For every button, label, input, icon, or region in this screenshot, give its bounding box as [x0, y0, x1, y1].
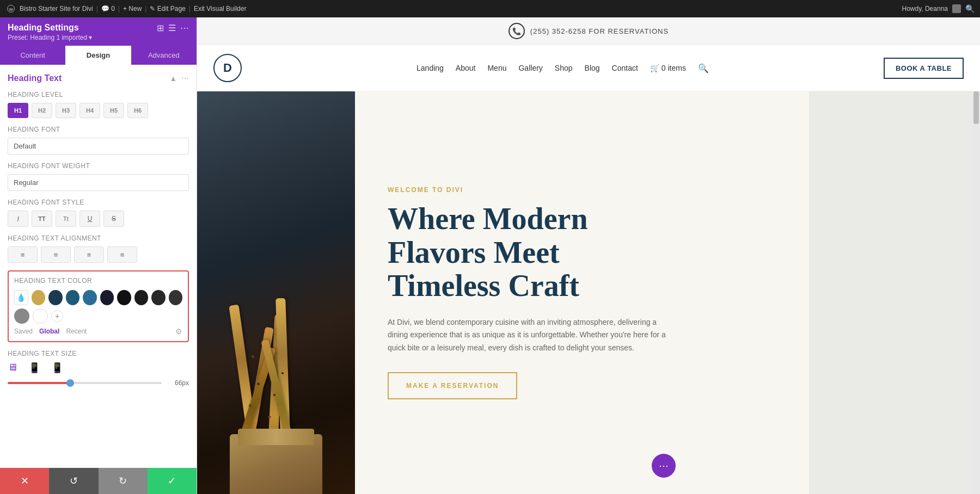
section-more-icon[interactable]: ⋯	[181, 74, 189, 83]
nav-menu[interactable]: Menu	[487, 64, 506, 72]
color-swatch-darkblue[interactable]	[48, 290, 62, 305]
uppercase-button[interactable]: TT	[32, 211, 52, 227]
h4-button[interactable]: H4	[79, 103, 100, 118]
separator4: |	[189, 5, 191, 13]
save-button[interactable]: ✓	[148, 468, 197, 494]
text-size-slider[interactable]	[8, 382, 162, 384]
align-left-button[interactable]: ≡	[8, 246, 38, 263]
color-swatch-lightblue[interactable]	[83, 290, 96, 305]
tab-design[interactable]: Design	[65, 46, 131, 65]
scrollbar-thumb[interactable]	[973, 91, 979, 124]
nav-about[interactable]: About	[456, 64, 476, 72]
book-table-button[interactable]: BOOK A TABLE	[884, 58, 964, 79]
add-color-button[interactable]: +	[51, 310, 63, 322]
panel-tabs: Content Design Advanced	[0, 46, 197, 65]
heading-font-weight-select[interactable]: Regular	[8, 174, 189, 191]
h2-button[interactable]: H2	[32, 103, 52, 118]
cart-items-count: 0 items	[661, 64, 686, 72]
h6-button[interactable]: H6	[127, 103, 148, 118]
panel-bottom-bar: ✕ ↺ ↻ ✓	[0, 468, 197, 494]
undo-button[interactable]: ↺	[49, 468, 98, 494]
redo-button[interactable]: ↻	[99, 468, 148, 494]
section-title: Heading Text	[8, 73, 62, 83]
heading-font-select[interactable]: Default	[8, 138, 189, 155]
tab-content[interactable]: Content	[0, 46, 65, 65]
hero-heading-line1: Where Modern	[388, 202, 588, 236]
color-swatch-black1[interactable]	[117, 290, 131, 305]
h3-button[interactable]: H3	[56, 103, 76, 118]
panel-layout-icon[interactable]: ☰	[168, 23, 176, 33]
heading-font-style-label: Heading Font Style	[8, 199, 189, 206]
color-section-title: Heading Text Color	[14, 277, 182, 285]
phone-icon: 📞	[509, 23, 525, 39]
color-swatch-gold[interactable]	[32, 290, 45, 305]
align-justify-button[interactable]: ≡	[107, 246, 137, 263]
h1-button[interactable]: H1	[8, 103, 28, 118]
align-right-button[interactable]: ≡	[74, 246, 104, 263]
heading-font-weight-label: Heading Font Weight	[8, 162, 189, 170]
heading-text-align-buttons: ≡ ≡ ≡ ≡	[8, 246, 189, 263]
admin-search-icon[interactable]: 🔍	[965, 4, 975, 13]
cancel-icon: ✕	[21, 475, 29, 487]
cart-area[interactable]: 🛒 0 items	[650, 64, 686, 72]
color-swatch-gray[interactable]	[14, 308, 29, 324]
color-swatch-black4[interactable]	[169, 290, 182, 305]
nav-shop[interactable]: Shop	[555, 64, 573, 72]
collapse-icon[interactable]: ▲	[169, 74, 177, 83]
text-size-range-row: 66px	[8, 379, 189, 387]
site-logo[interactable]: D	[213, 54, 242, 82]
panel-view-icon[interactable]: ⊞	[157, 23, 164, 33]
desktop-icon[interactable]: 🖥	[8, 362, 17, 374]
main-layout: Heading Settings Preset: Heading 1 impor…	[0, 17, 980, 494]
capitalize-button[interactable]: Tt	[56, 211, 76, 227]
h5-button[interactable]: H5	[103, 103, 124, 118]
panel-content: Heading Text ▲ ⋯ Heading Level H1 H2 H3 …	[0, 65, 197, 468]
color-swatch-nearblack[interactable]	[100, 290, 114, 305]
nav-blog[interactable]: Blog	[585, 64, 600, 72]
separator: |	[96, 5, 98, 13]
welcome-text: WELCOME TO DIVI	[388, 186, 940, 194]
nav-gallery[interactable]: Gallery	[518, 64, 542, 72]
color-tabs-row: Saved Global Recent ⚙	[14, 327, 182, 336]
edit-page-button[interactable]: ✎ Edit Page	[150, 5, 185, 13]
color-swatch-black2[interactable]	[134, 290, 148, 305]
italic-button[interactable]: I	[8, 211, 28, 227]
comment-icon[interactable]: 💬 0	[101, 5, 115, 13]
dots-menu-button[interactable]: ⋯	[652, 454, 676, 478]
site-name[interactable]: Bistro Starter Site for Divi	[20, 5, 93, 13]
tab-advanced[interactable]: Advanced	[131, 46, 197, 65]
tablet-icon[interactable]: 📱	[28, 362, 40, 374]
color-swatch-medblue[interactable]	[66, 290, 79, 305]
cancel-button[interactable]: ✕	[0, 468, 49, 494]
text-size-value[interactable]: 66px	[167, 379, 189, 387]
hero-description: At Divi, we blend contemporary cuisine w…	[388, 316, 671, 355]
device-icons: 🖥 📱 📱	[8, 362, 189, 374]
new-button[interactable]: + New	[123, 5, 142, 13]
search-icon[interactable]: 🔍	[698, 63, 709, 73]
exit-visual-builder-button[interactable]: Exit Visual Builder	[194, 5, 247, 13]
color-settings-icon[interactable]: ⚙	[175, 327, 182, 336]
reservation-button[interactable]: MAKE A RESERVATION	[388, 372, 517, 399]
section-icons: ▲ ⋯	[169, 74, 189, 83]
mobile-icon[interactable]: 📱	[51, 362, 63, 374]
strikethrough-button[interactable]: S	[103, 211, 124, 227]
scrollbar[interactable]	[972, 91, 980, 494]
hero-image	[197, 91, 355, 494]
panel-more-icon[interactable]: ⋯	[180, 23, 189, 33]
color-eyedropper-button[interactable]: 💧	[14, 290, 28, 305]
color-tab-saved[interactable]: Saved	[14, 328, 33, 335]
panel-preset[interactable]: Preset: Heading 1 imported ▾	[8, 34, 92, 41]
color-swatch-white[interactable]	[33, 308, 48, 324]
color-tab-global[interactable]: Global	[39, 328, 59, 335]
underline-button[interactable]: U	[79, 211, 100, 227]
nav-landing[interactable]: Landing	[416, 64, 444, 72]
heading-text-color-section: Heading Text Color 💧 +	[8, 270, 189, 342]
align-center-button[interactable]: ≡	[41, 246, 71, 263]
site-hero: WELCOME TO DIVI Where Modern Flavors Mee…	[197, 91, 980, 494]
color-tab-recent[interactable]: Recent	[66, 328, 87, 335]
wp-logo-icon[interactable]: W	[5, 3, 16, 14]
panel-header-info: Heading Settings Preset: Heading 1 impor…	[8, 23, 92, 41]
nav-contact[interactable]: Contact	[612, 64, 638, 72]
hero-heading-line2: Flavors Meet	[388, 236, 560, 269]
color-swatch-black3[interactable]	[151, 290, 165, 305]
